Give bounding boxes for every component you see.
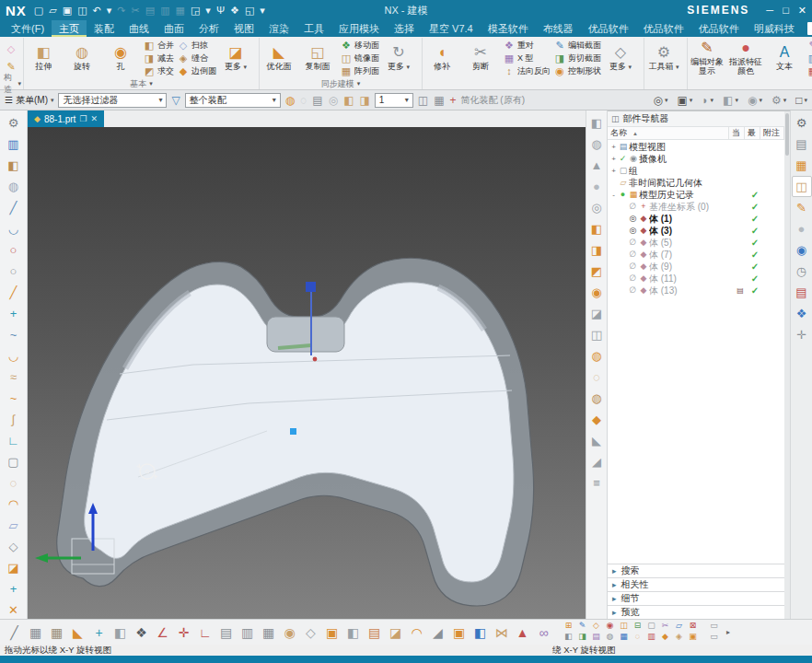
snap-angle-dropdown[interactable]: 1 <box>375 93 413 108</box>
x-form-button[interactable]: ▦ X 型 <box>504 52 551 64</box>
cylinder-primitive-icon[interactable]: ◍ <box>586 134 607 155</box>
expander-icon[interactable]: - <box>609 191 618 199</box>
history-icon[interactable]: ◷ <box>792 261 812 282</box>
mirror-face-button[interactable]: ◫ 镜像面 <box>341 52 379 64</box>
cylinder-icon[interactable]: ◍ <box>4 176 24 197</box>
intersect-button[interactable]: ◩ 求交 <box>144 64 174 77</box>
selection-filter-dropdown[interactable]: 无选择过滤器 <box>58 93 167 108</box>
tree-item-body-5[interactable]: ∅ ◆ 体 (5) ✓ <box>608 237 784 249</box>
sketch-scene-icon[interactable]: ▦ <box>25 626 46 639</box>
command-prediction-icon[interactable]: ❖ <box>230 6 239 16</box>
column-current[interactable]: 当 <box>729 127 745 139</box>
visibility-eye-icon[interactable]: ∅ <box>628 203 638 211</box>
save-as-icon[interactable]: ◫ <box>77 6 87 16</box>
facet-icon[interactable]: ◇ <box>300 626 321 639</box>
visibility-eye-icon[interactable]: ◎ <box>628 227 638 235</box>
move-object-icon[interactable]: ❖ <box>131 626 152 639</box>
orient-view-icon[interactable]: ◧ <box>723 95 738 106</box>
patch-button[interactable]: ◖ 修补 <box>424 38 459 78</box>
offset-face-icon[interactable]: ◌ <box>586 366 607 388</box>
mini-tool-icon[interactable]: ◆ <box>658 633 672 644</box>
tree-item-cameras[interactable]: + ✓ ◉ 摄像机 <box>608 153 784 165</box>
fit-view-icon[interactable]: ▣ <box>677 95 692 106</box>
break-button[interactable]: ✂ 剪断 <box>463 38 498 78</box>
blob-icon[interactable]: ◌ <box>4 472 24 494</box>
subtract-button[interactable]: ◨ 减去 <box>144 52 174 64</box>
tree-item-body-13[interactable]: ∅ ◆ 体 (13) ▤ ✓ <box>608 285 784 297</box>
roles-icon[interactable]: ❖ <box>792 303 812 324</box>
toolbar-overflow-icon[interactable]: ▸ <box>726 628 730 636</box>
view-settings-icon[interactable]: ⚙ <box>771 95 786 106</box>
point-icon[interactable]: + <box>4 303 24 324</box>
active-region-icon[interactable]: ▣ <box>321 626 342 639</box>
find-in-view-icon[interactable]: ◎ <box>653 95 667 106</box>
expander-icon[interactable]: + <box>609 143 618 151</box>
mini-tool-icon[interactable]: ✎ <box>575 622 589 633</box>
mini-tool-icon[interactable]: ◉ <box>603 622 617 633</box>
revolve-button[interactable]: ◍ 旋转 <box>64 38 99 78</box>
tube-icon[interactable]: ◎ <box>586 197 607 218</box>
section-preview[interactable]: 预览 <box>608 605 784 619</box>
spline-icon[interactable]: ~ <box>4 324 24 345</box>
edit-object-display-button[interactable]: ✎ 编辑对象显示 <box>690 38 725 78</box>
column-note[interactable]: 附注 <box>760 127 784 139</box>
swept-surface-icon[interactable]: ◠ <box>4 494 24 515</box>
mini-tool-icon[interactable]: ◈ <box>672 633 686 644</box>
plane-icon[interactable]: ◇ <box>4 536 24 557</box>
box-copy-icon[interactable]: ◧ <box>4 155 24 176</box>
rounded-rect-icon[interactable]: ▢ <box>4 451 24 472</box>
offset-curve-icon[interactable]: ~ <box>4 388 24 409</box>
clip-section-button[interactable]: ◨ 剪切截面 <box>554 52 601 64</box>
menu-item[interactable]: 优品软件 <box>581 20 636 37</box>
triad-icon[interactable]: ✛ <box>173 626 194 639</box>
menu-item[interactable]: 优品软件 <box>691 20 747 37</box>
tree-item-body-11[interactable]: ∅ ◆ 体 (11) ✓ <box>608 273 784 285</box>
boundary-icon[interactable]: ▦ <box>434 95 444 106</box>
column-name[interactable]: 名称 <box>608 127 729 139</box>
part-navigator-icon[interactable]: ◫ <box>792 176 812 197</box>
datum-csys-icon[interactable]: ◣ <box>67 626 88 639</box>
sweep-button[interactable]: ◇ 扫掠 <box>178 39 216 52</box>
mini-tool-icon[interactable]: ▤ <box>589 633 603 644</box>
vector-icon[interactable]: ∠ <box>152 626 173 639</box>
menu-item[interactable]: 工具 <box>296 20 331 37</box>
unite-button[interactable]: ◧ 合并 <box>144 39 174 52</box>
retarget-button[interactable]: ❖ 重对 <box>504 39 551 52</box>
tree-item-body-9[interactable]: ∅ ◆ 体 (9) ✓ <box>608 261 784 273</box>
move-face-button[interactable]: ❖ 移动面 <box>341 39 379 52</box>
mini-tool-icon[interactable]: ◧ <box>562 633 575 644</box>
visibility-eye-icon[interactable]: ∅ <box>628 238 638 247</box>
render-style-icon[interactable]: ◉ <box>748 95 762 106</box>
thread-icon[interactable]: ≡ <box>586 472 607 494</box>
close-tab-icon[interactable]: ✕ <box>90 115 98 123</box>
menu-item[interactable]: 渲染 <box>261 20 296 37</box>
sheet-body-icon[interactable]: ▱ <box>4 515 24 536</box>
menu-item[interactable]: 曲面 <box>157 20 191 37</box>
toolbox-button[interactable]: ⚙ 工具箱 ▾ <box>646 38 681 78</box>
menu-item[interactable]: 分析 <box>191 20 226 37</box>
menu-item[interactable]: 主页 <box>52 20 87 37</box>
engrave-button[interactable]: ✎ 刻字 <box>807 39 812 52</box>
system-tools-icon[interactable]: ✛ <box>792 324 812 345</box>
gear-icon[interactable]: ⚙ <box>792 112 812 134</box>
bridge-curve-icon[interactable]: ≈ <box>4 366 24 388</box>
optimize-face-button[interactable]: ◣ 优化面 <box>261 38 296 78</box>
mini-tool-icon[interactable]: ◌ <box>631 633 644 644</box>
window-icon[interactable]: ◱ <box>245 6 254 16</box>
tree-item-body-1[interactable]: ◎ ◆ 体 (1) ✓ <box>608 213 784 225</box>
open-file-icon[interactable]: ▱ <box>49 6 56 16</box>
sphere-icon[interactable]: ● <box>586 176 607 197</box>
scrollbar-thumb[interactable] <box>785 113 789 156</box>
paste-icon[interactable]: ▥ <box>160 6 169 16</box>
sketch-scene-alt-icon[interactable]: ▦ <box>46 626 67 639</box>
sketch-button[interactable]: ◇ <box>6 43 19 56</box>
sheet-trim-icon[interactable]: ◪ <box>385 626 406 639</box>
point-icon[interactable]: + <box>88 626 110 639</box>
mini-tool-icon[interactable]: ◫ <box>617 622 631 633</box>
graphics-window[interactable] <box>28 127 586 619</box>
trim-sheet-icon[interactable]: ◪ <box>4 557 24 578</box>
die-engineering-button[interactable]: ▦ 冲模工程 <box>807 64 812 77</box>
arc-icon[interactable]: ◡ <box>4 218 24 239</box>
filter-reset-icon[interactable]: ▽ <box>171 95 180 106</box>
mini-tool-icon[interactable]: ▥ <box>644 633 658 644</box>
